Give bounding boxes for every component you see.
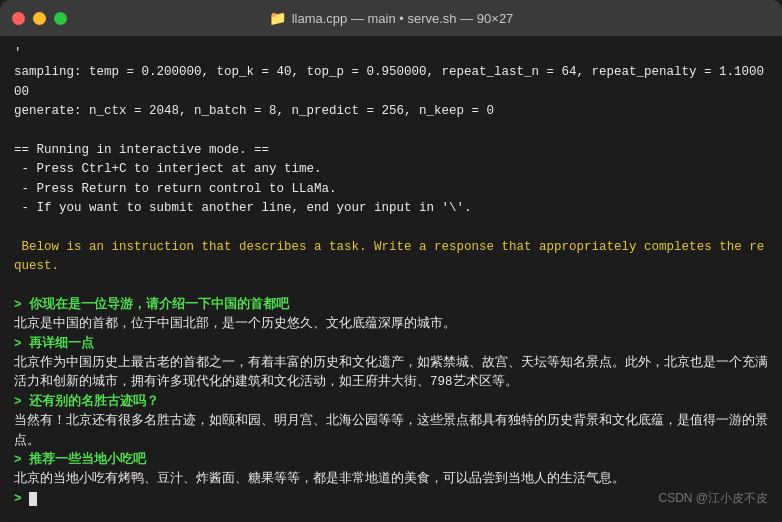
terminal-window: 📁 llama.cpp — main • serve.sh — 90×27 ' …	[0, 0, 782, 522]
titlebar: 📁 llama.cpp — main • serve.sh — 90×27	[0, 0, 782, 36]
line-interactive-mode: == Running in interactive mode. ==	[14, 141, 768, 160]
line-cursor[interactable]: >	[14, 490, 768, 509]
minimize-button[interactable]	[33, 12, 46, 25]
line-response3: 当然有！北京还有很多名胜古迹，如颐和园、明月宫、北海公园等等，这些景点都具有独特…	[14, 412, 768, 451]
watermark: CSDN @江小皮不皮	[658, 489, 768, 508]
line-response2: 北京作为中国历史上最古老的首都之一，有着丰富的历史和文化遗产，如紫禁城、故宫、天…	[14, 354, 768, 393]
title-label: llama.cpp — main • serve.sh — 90×27	[292, 11, 514, 26]
line-instruction: Below is an instruction that describes a…	[14, 238, 768, 277]
line-prompt4: > 推荐一些当地小吃吧	[14, 451, 768, 470]
line-blank1	[14, 122, 768, 141]
close-button[interactable]	[12, 12, 25, 25]
line-response1: 北京是中国的首都，位于中国北部，是一个历史悠久、文化底蕴深厚的城市。	[14, 315, 768, 334]
window-title: 📁 llama.cpp — main • serve.sh — 90×27	[269, 10, 514, 26]
line-quote: '	[14, 44, 768, 63]
line-response4: 北京的当地小吃有烤鸭、豆汁、炸酱面、糖果等等，都是非常地道的美食，可以品尝到当地…	[14, 470, 768, 489]
line-prompt3: > 还有别的名胜古迹吗？	[14, 393, 768, 412]
folder-icon: 📁	[269, 10, 286, 26]
line-sampling: sampling: temp = 0.200000, top_k = 40, t…	[14, 63, 768, 102]
terminal-body[interactable]: ' sampling: temp = 0.200000, top_k = 40,…	[0, 36, 782, 522]
line-submit: - If you want to submit another line, en…	[14, 199, 768, 218]
line-blank2	[14, 218, 768, 237]
line-blank3	[14, 277, 768, 296]
line-prompt1: > 你现在是一位导游，请介绍一下中国的首都吧	[14, 296, 768, 315]
traffic-lights	[12, 12, 67, 25]
line-generate: generate: n_ctx = 2048, n_batch = 8, n_p…	[14, 102, 768, 121]
maximize-button[interactable]	[54, 12, 67, 25]
line-ctrl-c: - Press Ctrl+C to interject at any time.	[14, 160, 768, 179]
line-prompt2: > 再详细一点	[14, 335, 768, 354]
line-return: - Press Return to return control to LLaM…	[14, 180, 768, 199]
